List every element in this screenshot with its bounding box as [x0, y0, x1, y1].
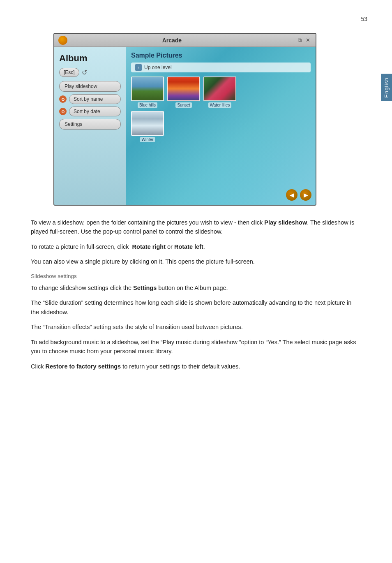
thumbnails-row-2: Winter [131, 111, 311, 142]
close-button[interactable]: ✕ [304, 37, 311, 44]
app-window: Arcade _ ⧉ ✕ Album [Esc] ↺ Play slidesho… [53, 33, 316, 206]
album-title: Album [59, 53, 121, 64]
title-bar: Arcade _ ⧉ ✕ [54, 34, 316, 47]
previous-button[interactable]: ◀ [286, 189, 297, 201]
play-slideshow-button[interactable]: Play slideshow [59, 81, 121, 92]
blue-hills-image [131, 76, 164, 101]
bottom-controls: ◀ ▶ [286, 189, 311, 201]
water-lilies-image [203, 76, 236, 101]
thumbnail-water-lilies[interactable]: Water lilies [203, 76, 236, 108]
rotate-left-inline: Rotate left [174, 243, 203, 250]
sunset-label: Sunset [175, 102, 191, 108]
next-button[interactable]: ▶ [300, 189, 311, 201]
app-content: Album [Esc] ↺ Play slideshow ⊙ Sort by n… [54, 47, 316, 205]
up-one-level-button[interactable]: ↑ Up one level [131, 63, 311, 72]
paragraph-1: To view a slideshow, open the folder con… [31, 218, 361, 236]
sort-by-date-icon: ⊙ [59, 108, 67, 115]
paragraph-7: To add background music to a slideshow, … [31, 338, 361, 356]
winter-image [131, 111, 164, 136]
blue-hills-label: Blue hills [138, 102, 157, 108]
thumbnail-blue-hills[interactable]: Blue hills [131, 76, 164, 108]
esc-button[interactable]: [Esc] [59, 68, 79, 77]
back-icon: ↺ [82, 69, 89, 76]
right-panel: Sample Pictures ↑ Up one level Blue hill… [126, 47, 316, 205]
english-tab: English [381, 74, 392, 101]
rotate-right-inline: Rotate right [132, 243, 166, 250]
thumbnail-sunset[interactable]: Sunset [167, 76, 200, 108]
winter-label: Winter [140, 137, 155, 142]
paragraph-8: Click Restore to factory settings to ret… [31, 362, 361, 371]
thumbnail-winter[interactable]: Winter [131, 111, 164, 142]
up-one-level-icon: ↑ [135, 64, 142, 71]
sunset-image [167, 76, 200, 101]
sort-by-name-button[interactable]: Sort by name [69, 94, 121, 104]
sample-pictures-title: Sample Pictures [131, 52, 311, 59]
water-lilies-label: Water lilies [208, 102, 232, 108]
app-icon [58, 36, 67, 45]
sort-by-name-icon: ⊙ [59, 95, 67, 103]
settings-inline: Settings [133, 285, 157, 291]
up-one-level-label: Up one level [144, 65, 172, 70]
window-controls[interactable]: _ ⧉ ✕ [290, 37, 311, 44]
restore-factory-inline: Restore to factory settings [45, 363, 121, 370]
window-title: Arcade [71, 37, 273, 44]
paragraph-5: The “Slide duration” setting determines … [31, 298, 361, 317]
maximize-button[interactable]: ⧉ [297, 37, 303, 44]
settings-button[interactable]: Settings [59, 119, 121, 130]
slideshow-settings-heading: Slideshow settings [31, 272, 361, 281]
left-panel: Album [Esc] ↺ Play slideshow ⊙ Sort by n… [54, 47, 126, 205]
paragraph-3: You can also view a single picture by cl… [31, 257, 361, 266]
esc-row: [Esc] ↺ [59, 68, 121, 77]
text-content: To view a slideshow, open the folder con… [31, 218, 361, 377]
paragraph-2: To rotate a picture in full-screen, clic… [31, 242, 361, 251]
sort-by-date-button[interactable]: Sort by date [69, 107, 121, 116]
thumbnails-row-1: Blue hills Sunset Water lilies [131, 76, 311, 108]
sort-by-date-row: ⊙ Sort by date [59, 107, 121, 116]
minimize-button[interactable]: _ [290, 37, 295, 44]
paragraph-6: The “Transition effects” setting sets th… [31, 322, 361, 331]
play-slideshow-inline: Play slideshow [264, 219, 307, 226]
page-number: 53 [361, 16, 367, 22]
paragraph-4: To change slideshow settings click the S… [31, 283, 361, 292]
sort-by-name-row: ⊙ Sort by name [59, 94, 121, 104]
